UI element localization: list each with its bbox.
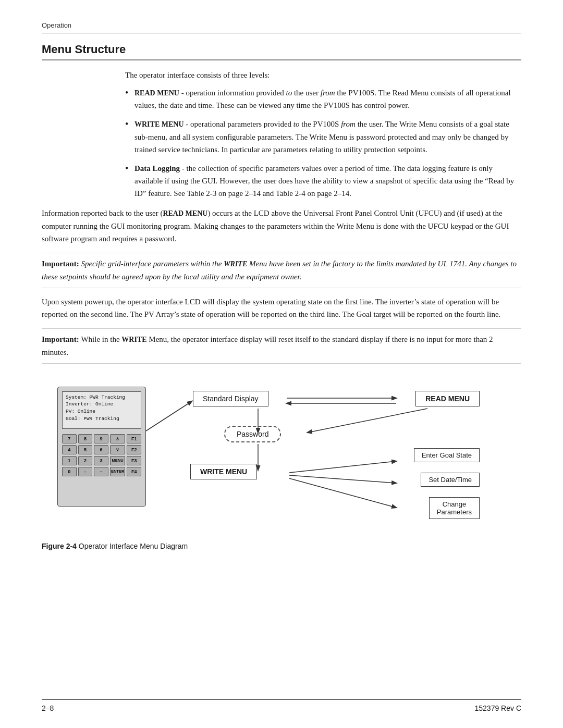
breadcrumb-area: Operation [42, 21, 521, 33]
list-item: • Read Menu - operation information prov… [125, 87, 521, 112]
important-block-2: Important: While in the Write Menu, the … [42, 328, 521, 364]
important-label-2: Important: [42, 335, 81, 343]
bullet-dot: • [125, 85, 134, 112]
bullet-dot: • [125, 117, 134, 155]
flow-node-enter-goal: Enter Goal State [414, 448, 480, 462]
svg-line-6 [289, 475, 396, 483]
important-label-1: Important: [42, 260, 81, 268]
svg-line-0 [146, 401, 192, 431]
key-f4: F4 [127, 467, 141, 476]
list-item: • Data Logging - the collection of speci… [125, 162, 521, 200]
key-0: 0 [62, 467, 77, 476]
keypad-keys: 7 8 9 ∧ F1 4 5 6 ∨ F2 1 2 3 MENU F3 0 - [62, 432, 141, 478]
bullet-content-data-logging: Data Logging - the collection of specifi… [134, 162, 521, 200]
breadcrumb: Operation [42, 21, 71, 29]
bullet-content-write-menu: Write Menu - operational parameters prov… [134, 118, 521, 155]
section-title: Menu Structure [42, 43, 521, 60]
key-4: 4 [62, 445, 77, 454]
body-para-2: Upon system powerup, the operator interf… [42, 295, 521, 322]
key-up: ∧ [110, 434, 125, 443]
svg-line-5 [289, 461, 396, 473]
body-para-1: Information reported back to the user (R… [42, 207, 521, 245]
list-item: • Write Menu - operational parameters pr… [125, 118, 521, 155]
key-8: 8 [78, 434, 93, 443]
key-f1: F1 [127, 434, 141, 443]
key-7: 7 [62, 434, 77, 443]
figure-caption: Figure 2-4 Operator Interface Menu Diagr… [42, 542, 188, 550]
page-footer: 2–8 152379 Rev C [42, 699, 521, 712]
key-menu: MENU [110, 456, 125, 465]
key-3: 3 [94, 456, 108, 465]
bullet-content-read-menu: Read Menu - operation information provid… [134, 87, 521, 112]
page: Operation Menu Structure The operator in… [0, 0, 563, 728]
key-f2: F2 [127, 445, 141, 454]
bullet-dot: • [125, 161, 134, 200]
key-enter: ENTER [110, 467, 125, 476]
footer-left: 2–8 [42, 704, 54, 712]
figure-number: Figure 2-4 [42, 542, 77, 550]
keypad-device: System: PWR Tracking Inverter: Online PV… [57, 387, 146, 507]
key-minus: - [78, 467, 93, 476]
term-data-logging: Data Logging [134, 164, 180, 172]
svg-line-7 [289, 478, 396, 508]
important-block-1: Important: Specific grid-interface param… [42, 253, 521, 288]
flow-node-password: Password [224, 426, 281, 442]
key-5: 5 [78, 445, 93, 454]
key-f3: F3 [127, 456, 141, 465]
svg-line-8 [308, 409, 427, 433]
footer-right: 152379 Rev C [474, 704, 521, 712]
key-dash: – [94, 467, 108, 476]
diagram-box: System: PWR Tracking Inverter: Online PV… [42, 376, 521, 538]
key-2: 2 [78, 456, 93, 465]
flow-node-read-menu: Read Menu [415, 391, 480, 406]
key-6: 6 [94, 445, 108, 454]
keypad-screen: System: PWR Tracking Inverter: Online PV… [62, 391, 141, 429]
key-1: 1 [62, 456, 77, 465]
term-read-menu: Read Menu [134, 89, 179, 97]
figure-caption-text: Operator Interface Menu Diagram [79, 542, 188, 550]
term-write-menu: Write Menu [134, 120, 184, 128]
flow-node-write-menu: Write Menu [190, 464, 257, 479]
bullet-list: • Read Menu - operation information prov… [125, 87, 521, 200]
flow-node-change-params: ChangeParameters [429, 497, 480, 519]
intro-paragraph: The operator interface consists of three… [125, 69, 521, 81]
key-down: ∨ [110, 445, 125, 454]
diagram-container: System: PWR Tracking Inverter: Online PV… [42, 376, 521, 559]
flow-node-standard-display: Standard Display [193, 391, 268, 406]
key-9: 9 [94, 434, 108, 443]
flow-node-set-date: Set Date/Time [421, 473, 480, 487]
